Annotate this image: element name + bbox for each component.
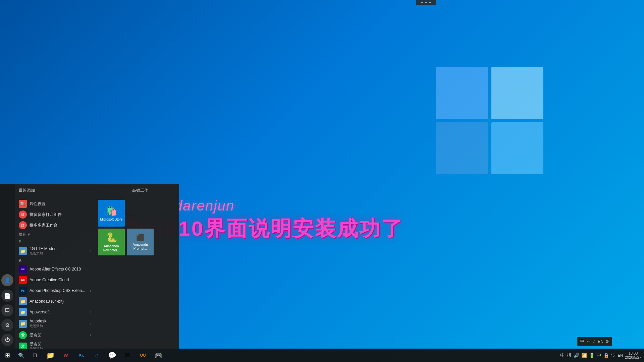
sidebar-settings-icon[interactable]: ⚙ <box>1 319 13 331</box>
taskbar-app-wps[interactable]: W <box>58 349 73 362</box>
top-bar-dots <box>421 2 431 3</box>
app-item-pdd1[interactable]: 拼 拼多多家打印组件 <box>15 209 95 220</box>
app-item-ae[interactable]: Ae Adobe After Effects CC 2018 <box>15 264 95 275</box>
logo-pane-tr <box>491 67 543 119</box>
logo-pane-bl <box>436 122 488 174</box>
taskbar-taskview-button[interactable]: ❑ <box>28 349 42 362</box>
taskbar-language-icon[interactable]: 中 <box>560 352 565 358</box>
app-name: Adobe Creative Cloud <box>30 278 91 282</box>
app-item-apowersoft[interactable]: 📁 Apowersoft › <box>15 307 95 317</box>
expand-chevron: ∨ <box>28 232 30 237</box>
app-item-ps[interactable]: Ps Adobe Photoshop CS3 Exten... › <box>15 285 95 296</box>
tile-anaconda-prompt[interactable]: ⬛ Anaconda Prompt... <box>127 229 154 255</box>
taskbar-clock[interactable]: 13:03 2020/5/27 <box>625 351 641 359</box>
app-item-text: Adobe Photoshop CS3 Exten... <box>30 288 88 293</box>
efficient-work-label: 高效工作 <box>132 188 148 193</box>
taskbar-system-tray: 中 拼 🔊 📶 🔋 中 🔒 🛡 EN 13:03 2020/5/27 <box>560 351 644 359</box>
app-item-pdd2[interactable]: 拼 拼多多家工作台 <box>15 220 95 231</box>
anaconda-nav-tile-label: Anaconda Navigator... <box>99 244 123 252</box>
logo-pane-tl <box>436 67 488 119</box>
ime-arrow[interactable]: ↔ <box>586 339 590 344</box>
app-name: 爱奇艺 <box>30 333 88 338</box>
taskbar-search-button[interactable]: 🔍 <box>15 349 28 362</box>
ime-english[interactable]: EN <box>598 339 603 344</box>
taskbar-network-icon[interactable]: 📶 <box>581 353 587 358</box>
taskbar-vpn-icon[interactable]: 🔒 <box>603 353 609 358</box>
autodesk-icon: 📁 <box>19 320 27 328</box>
taskbar-app-wechat[interactable]: 💬 <box>105 349 119 362</box>
app-item-cc[interactable]: Cc Adobe Creative Cloud <box>15 275 95 285</box>
ime-check[interactable]: ✓ <box>592 339 596 344</box>
app-name: Anaconda3 (64-bit) <box>30 299 88 304</box>
app-item-text: Adobe After Effects CC 2018 <box>30 267 91 272</box>
anaconda-nav-tile-icon: 🐍 <box>106 232 117 243</box>
app-item-text: 拼多多家工作台 <box>30 223 91 228</box>
ime-settings[interactable]: ⚙ <box>605 339 609 344</box>
ms-store-tile-icon: 🛍️ <box>106 205 117 216</box>
app-item-aiqiyi1[interactable]: 爱 爱奇艺 › <box>15 330 95 341</box>
apowersoft-icon: 📁 <box>19 308 27 316</box>
start-menu: 最近添加 高效工作 🔍 属性设置 拼 拼多多家打印组件 拼 拼多多家 <box>15 184 179 349</box>
app-name: 拼多多家打印组件 <box>30 212 91 217</box>
app-name: 4G LTE Modem <box>30 246 88 251</box>
app-item-aiqiyi2[interactable]: 爱 爱奇艺 最近添加 <box>15 341 95 349</box>
section-a: A <box>15 257 95 264</box>
pdd1-icon: 拼 <box>19 210 27 219</box>
pdd2-icon: 拼 <box>19 221 27 229</box>
taskbar-system-icons: 中 拼 🔊 📶 🔋 中 🔒 🛡 EN <box>560 352 623 358</box>
sidebar-avatar[interactable]: 👤 <box>1 274 13 286</box>
expand-button[interactable]: 展开 ∨ <box>15 231 95 238</box>
sidebar-documents-icon[interactable]: 📄 <box>1 290 13 302</box>
anaconda-prompt-tile-icon: ⬛ <box>136 233 145 241</box>
taskbar-pinyin-icon[interactable]: 拼 <box>567 352 572 358</box>
start-button[interactable]: ⊞ <box>0 349 15 362</box>
taskbar-app-uu[interactable]: UU <box>136 349 150 362</box>
ime-chinese-char[interactable]: 中 <box>580 339 584 344</box>
app-name: 爱奇艺 <box>30 342 91 347</box>
app-sub: 最近添加 <box>30 324 88 328</box>
app-name: 属性设置 <box>30 201 91 206</box>
anaconda3-icon: 📁 <box>19 297 27 305</box>
section-hash: # <box>15 238 95 245</box>
start-menu-header: 最近添加 高效工作 <box>15 184 179 197</box>
taskbar-app-edge[interactable]: ℯ <box>89 349 104 362</box>
app-name: Autodesk <box>30 319 88 323</box>
taskbar-app-email[interactable]: ✉ <box>120 349 135 362</box>
taskbar-pinned-apps: 📁 W Ps ℯ 💬 ✉ UU 🎮 <box>43 349 166 362</box>
app-sub: 最近添加 <box>30 251 88 256</box>
sidebar-power-icon[interactable]: ⏻ <box>1 334 13 346</box>
app-item-text: 4G LTE Modem 最近添加 <box>30 246 88 256</box>
top-window-bar <box>416 0 436 5</box>
logo-pane-br <box>491 122 543 174</box>
folder-arrow: › <box>90 300 91 303</box>
ae-icon: Ae <box>19 265 27 273</box>
taskbar-battery-icon[interactable]: 🔋 <box>589 353 595 358</box>
app-name: 拼多多家工作台 <box>30 223 91 228</box>
settings-icon: 🔍 <box>19 200 27 208</box>
anaconda-prompt-tile-label: Anaconda Prompt... <box>128 243 152 251</box>
tile-microsoft-store[interactable]: 🛍️ Microsoft Store <box>98 200 125 227</box>
app-item-settings[interactable]: 🔍 属性设置 <box>15 198 95 209</box>
recently-added-label: 最近添加 <box>19 188 35 193</box>
app-name: Adobe Photoshop CS3 Exten... <box>30 288 88 293</box>
taskbar-security-icon[interactable]: 🛡 <box>611 353 616 358</box>
taskbar-app-game[interactable]: 🎮 <box>151 349 166 362</box>
folder-arrow: › <box>90 333 91 337</box>
taskbar: ⊞ 🔍 ❑ 📁 W Ps ℯ 💬 ✉ UU 🎮 中 拼 🔊 📶 🔋 中 🔒 🛡 … <box>0 349 644 362</box>
app-item-anaconda3[interactable]: 📁 Anaconda3 (64-bit) › <box>15 296 95 307</box>
taskbar-language-switch-icon[interactable]: 中 <box>597 352 601 358</box>
overlay-username: darenjun <box>174 198 234 214</box>
taskbar-en-icon[interactable]: EN <box>618 353 623 357</box>
4g-folder-icon: 📁 <box>19 247 27 255</box>
clock-date: 2020/5/27 <box>625 355 641 359</box>
app-item-text: 属性设置 <box>30 201 91 206</box>
app-item-autodesk[interactable]: 📁 Autodesk 最近添加 › <box>15 317 95 329</box>
taskbar-volume-icon[interactable]: 🔊 <box>574 353 579 358</box>
app-item-text: Adobe Creative Cloud <box>30 278 91 282</box>
taskbar-app-explorer[interactable]: 📁 <box>43 349 58 362</box>
tile-anaconda-navigator[interactable]: 🐍 Anaconda Navigator... <box>98 229 125 255</box>
sidebar-pictures-icon[interactable]: 🖼 <box>1 304 13 316</box>
taskbar-app-photoshop[interactable]: Ps <box>74 349 89 362</box>
ms-store-tile-label: Microsoft Store <box>100 218 122 222</box>
app-item-4g[interactable]: 📁 4G LTE Modem 最近添加 › <box>15 245 95 257</box>
